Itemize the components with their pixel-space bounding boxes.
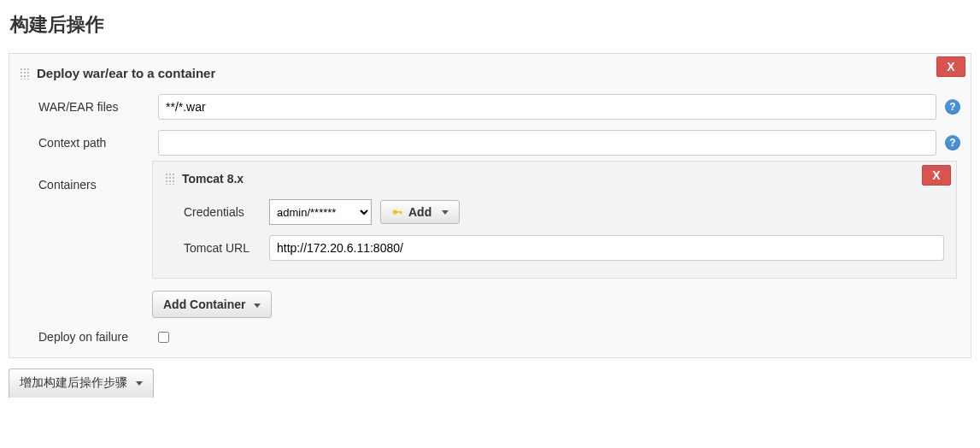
chevron-down-icon bbox=[254, 304, 261, 308]
svg-rect-2 bbox=[401, 211, 402, 215]
containers-label: Containers bbox=[38, 166, 150, 192]
delete-container-button[interactable]: X bbox=[922, 165, 951, 186]
war-files-input[interactable] bbox=[158, 94, 936, 120]
container-block: X Tomcat 8.x Credentials admin/****** Ad… bbox=[152, 161, 957, 279]
context-path-label: Context path bbox=[38, 136, 150, 150]
deploy-on-failure-row: Deploy on failure bbox=[20, 318, 960, 345]
add-postbuild-step-button[interactable]: 增加构建后操作步骤 bbox=[9, 368, 154, 398]
add-container-label: Add Container bbox=[163, 298, 245, 311]
add-postbuild-label: 增加构建后操作步骤 bbox=[20, 375, 127, 389]
drag-handle-icon[interactable] bbox=[20, 68, 30, 80]
context-path-input[interactable] bbox=[158, 130, 936, 156]
context-path-row: Context path ? bbox=[20, 125, 960, 161]
add-container-row: Add Container bbox=[152, 279, 960, 318]
container-header: Tomcat 8.x bbox=[165, 172, 944, 194]
war-files-row: WAR/EAR files ? bbox=[20, 89, 960, 125]
section-title: 构建后操作 bbox=[0, 0, 980, 53]
deploy-on-failure-label: Deploy on failure bbox=[38, 330, 150, 344]
chevron-down-icon bbox=[136, 381, 143, 386]
add-container-button[interactable]: Add Container bbox=[152, 291, 272, 318]
tomcat-url-input[interactable] bbox=[269, 235, 944, 261]
postbuild-block: X Deploy war/ear to a container WAR/EAR … bbox=[9, 53, 971, 358]
credentials-row: Credentials admin/****** Add bbox=[165, 194, 944, 230]
help-icon[interactable]: ? bbox=[945, 99, 960, 115]
tomcat-url-label: Tomcat URL bbox=[184, 241, 261, 255]
footer-row: 增加构建后操作步骤 bbox=[9, 368, 971, 398]
deploy-on-failure-checkbox[interactable] bbox=[158, 332, 169, 343]
credentials-select[interactable]: admin/****** bbox=[269, 199, 372, 225]
tomcat-url-row: Tomcat URL bbox=[165, 230, 944, 266]
credentials-label: Credentials bbox=[184, 205, 261, 219]
block-header: Deploy war/ear to a container bbox=[20, 62, 960, 89]
add-credentials-button[interactable]: Add bbox=[380, 200, 460, 224]
add-credentials-label: Add bbox=[408, 205, 431, 219]
container-title: Tomcat 8.x bbox=[182, 172, 244, 186]
key-icon bbox=[391, 206, 403, 218]
war-files-label: WAR/EAR files bbox=[38, 100, 150, 114]
block-title: Deploy war/ear to a container bbox=[37, 66, 215, 80]
chevron-down-icon bbox=[442, 210, 449, 215]
help-icon[interactable]: ? bbox=[945, 135, 960, 150]
drag-handle-icon[interactable] bbox=[165, 173, 175, 185]
delete-block-button[interactable]: X bbox=[936, 56, 965, 77]
